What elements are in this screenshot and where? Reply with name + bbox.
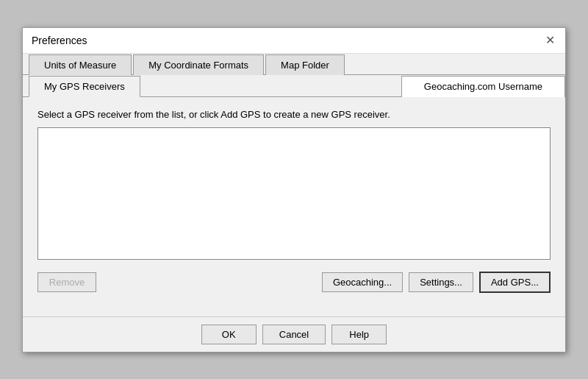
instruction-text: Select a GPS receiver from the list, or … — [37, 109, 551, 120]
tabs-row-2: My GPS Receivers Geocaching.com Username — [23, 75, 565, 97]
tab-map-folder[interactable]: Map Folder — [265, 54, 345, 75]
tab-geocaching-username[interactable]: Geocaching.com Username — [401, 76, 565, 97]
dialog-content: Units of Measure My Coordinate Formats M… — [23, 54, 565, 352]
ok-button[interactable]: OK — [201, 325, 257, 344]
title-bar: Preferences ✕ — [23, 28, 565, 54]
preferences-dialog: Preferences ✕ Units of Measure My Coordi… — [22, 27, 566, 353]
tabs-row-1: Units of Measure My Coordinate Formats M… — [23, 54, 565, 75]
close-button[interactable]: ✕ — [543, 34, 556, 47]
geocaching-button[interactable]: Geocaching... — [322, 272, 403, 292]
inner-content: Select a GPS receiver from the list, or … — [23, 97, 565, 316]
gps-receivers-list[interactable] — [37, 127, 551, 260]
bottom-bar: OK Cancel Help — [23, 316, 565, 352]
tab-my-gps-receivers[interactable]: My GPS Receivers — [29, 76, 140, 97]
help-button[interactable]: Help — [331, 325, 387, 344]
add-gps-button[interactable]: Add GPS... — [479, 272, 551, 293]
tab-coordinate-formats[interactable]: My Coordinate Formats — [133, 54, 264, 75]
dialog-title: Preferences — [32, 35, 87, 46]
action-buttons-row: Remove Geocaching... Settings... Add GPS… — [37, 272, 551, 293]
cancel-button[interactable]: Cancel — [262, 325, 326, 344]
tab-units-of-measure[interactable]: Units of Measure — [29, 54, 132, 75]
remove-button[interactable]: Remove — [37, 272, 96, 292]
settings-button[interactable]: Settings... — [409, 272, 473, 292]
